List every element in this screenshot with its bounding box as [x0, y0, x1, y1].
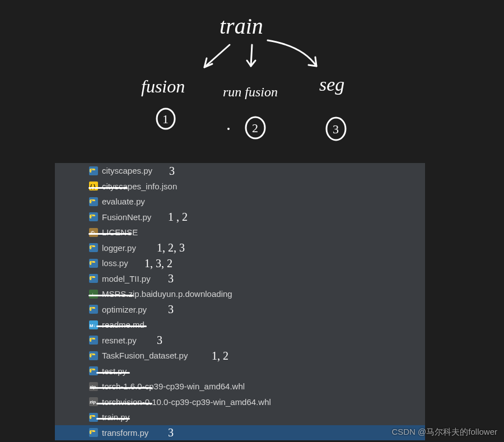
sketch-branch-2: run fusion	[223, 85, 278, 99]
file-name: model_TII.py	[102, 274, 151, 283]
sketch-num-1: 1	[162, 112, 169, 126]
json-file-icon	[88, 181, 99, 191]
py-file-icon	[88, 273, 99, 283]
handwritten-annotation: 3	[168, 303, 174, 316]
dl-file-icon	[88, 289, 99, 299]
file-row[interactable]: cityscapes_info.json	[55, 179, 425, 194]
py-file-icon	[88, 335, 99, 345]
file-name: transform.py	[102, 428, 148, 438]
file-row[interactable]: test.py	[55, 364, 425, 379]
file-name: torchvision-0.10.0-cp39-cp39-win_amd64.w…	[102, 397, 271, 407]
handwriting-sketch: train fusion run fusion seg 1 2 3	[0, 0, 504, 162]
py-file-icon	[88, 366, 99, 376]
file-row[interactable]: TaskFusion_dataset.py1, 2	[55, 348, 425, 364]
file-name: train.py	[102, 412, 129, 422]
file-name: MSRS.zip.baiduyun.p.downloading	[102, 289, 232, 299]
file-row[interactable]: optimizer.py3	[55, 302, 425, 318]
file-name: readme.md	[102, 320, 144, 329]
py-file-icon	[88, 243, 99, 253]
file-name: FusionNet.py	[102, 212, 151, 222]
arrow	[268, 40, 316, 66]
file-row[interactable]: resnet.py3	[55, 333, 425, 348]
whl-file-icon	[88, 397, 99, 407]
handwritten-annotation: 3	[168, 272, 174, 285]
file-row[interactable]: logger.py1, 2, 3	[55, 240, 425, 256]
file-row[interactable]: cityscapes.py3	[55, 163, 425, 179]
py-file-icon	[88, 166, 99, 176]
py-file-icon	[88, 351, 99, 361]
py-file-icon	[88, 212, 99, 222]
file-row[interactable]: torchvision-0.10.0-cp39-cp39-win_amd64.w…	[55, 394, 425, 410]
svg-point-3	[227, 128, 230, 130]
handwritten-annotation: 3	[169, 164, 175, 177]
watermark: CSDN @马尔科夫的follower	[391, 427, 497, 438]
file-row[interactable]: evaluate.py	[55, 194, 425, 210]
file-name: logger.py	[102, 243, 136, 253]
file-row[interactable]: MSRS.zip.baiduyun.p.downloading	[55, 286, 425, 302]
file-explorer[interactable]: cityscapes.py3cityscapes_info.jsonevalua…	[55, 163, 425, 440]
file-name: cityscapes.py	[102, 166, 152, 175]
file-name: evaluate.py	[102, 197, 145, 206]
file-name: TaskFusion_dataset.py	[102, 351, 188, 360]
sketch-num-2: 2	[252, 121, 258, 135]
arrow	[204, 45, 230, 67]
file-name: LICENSE	[102, 227, 138, 237]
file-row[interactable]: torch-1.6.0-cp39-cp39-win_amd64.whl	[55, 379, 425, 394]
sketch-root: train	[220, 13, 263, 39]
py-file-icon	[88, 197, 99, 207]
file-row[interactable]: readme.md	[55, 317, 425, 333]
handwritten-annotation: 1, 3, 2	[144, 257, 172, 269]
file-name: loss.py	[102, 258, 128, 268]
py-file-icon	[88, 258, 99, 268]
file-name: resnet.py	[102, 336, 137, 345]
file-row[interactable]: loss.py1, 3, 2	[55, 255, 425, 271]
file-row[interactable]: LICENSE	[55, 225, 425, 240]
sketch-branch-1: fusion	[141, 76, 185, 96]
sketch-branch-3: seg	[319, 74, 344, 95]
py-file-icon	[88, 427, 99, 438]
lic-file-icon	[88, 227, 99, 238]
file-row[interactable]: transform.py3	[55, 425, 425, 441]
handwritten-annotation: 1, 2	[212, 349, 228, 362]
whl-file-icon	[88, 381, 99, 392]
file-row[interactable]: train.py	[55, 410, 425, 425]
file-row[interactable]: model_TII.py3	[55, 271, 425, 287]
handwritten-annotation: 3	[157, 334, 162, 347]
file-name: optimizer.py	[102, 305, 147, 314]
file-row[interactable]: FusionNet.py1 , 2	[55, 210, 425, 225]
md-file-icon	[88, 320, 99, 330]
handwritten-annotation: 1 , 2	[168, 211, 188, 224]
py-file-icon	[88, 412, 99, 422]
file-name: test.py	[102, 366, 127, 376]
handwritten-annotation: 1, 2, 3	[157, 241, 185, 254]
py-file-icon	[88, 304, 99, 314]
handwritten-annotation: 3	[168, 426, 174, 439]
file-name: torch-1.6.0-cp39-cp39-win_amd64.whl	[102, 381, 245, 391]
file-name: cityscapes_info.json	[102, 182, 177, 191]
arrow	[251, 45, 252, 66]
sketch-num-3: 3	[333, 122, 339, 136]
